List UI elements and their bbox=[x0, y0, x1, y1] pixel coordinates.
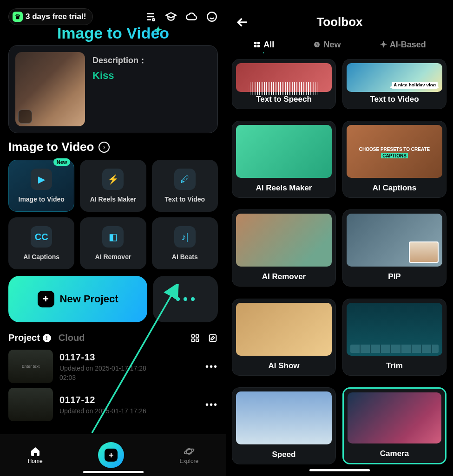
toolbox-screen: Toolbox All New ✦ AI-Based Text to Speec… bbox=[226, 0, 453, 476]
card-label: Speed bbox=[232, 450, 335, 464]
card-thumbnail bbox=[236, 63, 332, 92]
toolbox-grid: Text to Speech A nice holiday vlog Text … bbox=[232, 59, 447, 469]
home-indicator bbox=[83, 471, 144, 473]
project-header: Project ! Cloud bbox=[8, 333, 218, 343]
toolbox-header: Toolbox bbox=[232, 7, 447, 33]
project-more-icon[interactable]: ••• bbox=[205, 361, 218, 372]
project-list: Enter text 0117-13 Updated on 2025-01-17… bbox=[8, 350, 218, 421]
tool-grid: New ▶ Image to Video ⚡ AI Reels Maker 🖊 … bbox=[8, 160, 218, 269]
education-icon[interactable] bbox=[165, 11, 177, 23]
list-icon[interactable] bbox=[144, 11, 157, 23]
card-camera[interactable]: Camera bbox=[342, 387, 446, 464]
svg-rect-3 bbox=[196, 334, 199, 337]
tool-image-to-video[interactable]: New ▶ Image to Video bbox=[8, 160, 74, 212]
section-title-row[interactable]: Image to Video › bbox=[8, 140, 218, 154]
tool-label: AI Reels Maker bbox=[90, 196, 137, 203]
cloud-icon[interactable] bbox=[185, 11, 197, 23]
home-screen: ♛ 3 days free trial! Image to Video✦ Des… bbox=[0, 0, 226, 476]
sparkle-icon: ✦ bbox=[154, 24, 162, 35]
hero-title: Image to Video✦ bbox=[8, 24, 218, 42]
plus-icon: + bbox=[38, 291, 54, 307]
nav-home[interactable]: Home bbox=[28, 446, 43, 464]
new-project-row: + New Project bbox=[8, 276, 218, 322]
sparkle-icon: ✦ bbox=[380, 39, 387, 50]
toolbox-tabs: All New ✦ AI-Based bbox=[234, 39, 446, 53]
project-tab[interactable]: Project ! bbox=[8, 333, 51, 343]
card-ai-reels-maker[interactable]: AI Reels Maker bbox=[232, 121, 336, 198]
more-tools-button[interactable] bbox=[153, 276, 218, 322]
card-ai-captions[interactable]: CHOOSE PRESETS TO CREATE CAPTIONS AI Cap… bbox=[342, 121, 446, 198]
cloud-tab[interactable]: Cloud bbox=[59, 333, 85, 343]
card-text-to-speech[interactable]: Text to Speech bbox=[232, 59, 336, 109]
grid-view-icon[interactable] bbox=[190, 333, 200, 343]
description-card[interactable]: Description： Kiss bbox=[8, 45, 218, 133]
card-speed[interactable]: Speed bbox=[232, 387, 336, 464]
nav-explore[interactable]: Explore bbox=[180, 446, 199, 464]
tab-ai-based[interactable]: ✦ AI-Based bbox=[380, 39, 426, 53]
tool-text-to-video[interactable]: 🖊 Text to Video bbox=[152, 160, 218, 212]
bottom-nav: Home + Explore bbox=[0, 434, 226, 476]
svg-rect-6 bbox=[210, 334, 217, 341]
svg-rect-11 bbox=[257, 42, 260, 44]
home-icon bbox=[30, 446, 41, 457]
bolt-icon: ⚡ bbox=[102, 169, 124, 190]
svg-rect-13 bbox=[257, 45, 260, 47]
eraser-icon: ◧ bbox=[102, 226, 124, 248]
svg-rect-12 bbox=[254, 45, 256, 47]
back-arrow-icon[interactable] bbox=[236, 15, 250, 30]
svg-rect-5 bbox=[196, 339, 199, 341]
card-label: Text to Speech bbox=[232, 95, 335, 109]
section-title: Image to Video bbox=[8, 140, 94, 154]
project-thumbnail: Enter text bbox=[8, 350, 53, 383]
project-item[interactable]: Enter text 0117-13 Updated on 2025-01-17… bbox=[8, 350, 218, 383]
smile-icon[interactable] bbox=[206, 11, 218, 23]
tool-ai-reels-maker[interactable]: ⚡ AI Reels Maker bbox=[80, 160, 146, 212]
tab-new[interactable]: New bbox=[313, 39, 341, 53]
home-indicator bbox=[309, 469, 370, 471]
card-label: PIP bbox=[343, 272, 446, 286]
svg-point-0 bbox=[152, 19, 154, 20]
tool-label: AI Captions bbox=[23, 253, 59, 261]
tool-ai-captions[interactable]: CC AI Captions bbox=[8, 217, 74, 269]
svg-point-8 bbox=[184, 448, 194, 455]
toolbox-title: Toolbox bbox=[316, 15, 362, 29]
edit-icon[interactable] bbox=[208, 333, 218, 343]
trial-text: 3 days free trial! bbox=[26, 12, 86, 21]
description-text-block: Description： Kiss bbox=[92, 52, 147, 126]
card-ai-remover[interactable]: AI Remover bbox=[232, 209, 336, 287]
project-name: 0117-13 bbox=[59, 352, 146, 363]
nav-create-button[interactable]: + bbox=[98, 442, 124, 468]
card-thumbnail bbox=[236, 391, 332, 444]
project-length: 02:03 bbox=[59, 374, 146, 381]
card-pip[interactable]: PIP bbox=[342, 209, 446, 287]
card-text-to-video[interactable]: A nice holiday vlog Text to Video bbox=[342, 59, 446, 109]
project-updated: Updated on 2025-01-17 17:28 bbox=[59, 365, 146, 372]
card-label: AI Captions bbox=[343, 183, 446, 197]
card-thumbnail bbox=[236, 125, 332, 178]
trial-pill[interactable]: ♛ 3 days free trial! bbox=[8, 8, 93, 25]
card-thumbnail bbox=[347, 214, 442, 267]
planet-icon bbox=[184, 446, 195, 457]
tab-all[interactable]: All bbox=[253, 39, 274, 53]
card-ai-show[interactable]: AI Show bbox=[232, 299, 336, 376]
card-thumbnail bbox=[236, 303, 332, 356]
card-label: Camera bbox=[344, 449, 445, 463]
tool-ai-beats[interactable]: ♪| AI Beats bbox=[152, 217, 218, 269]
top-icon-row bbox=[144, 11, 218, 23]
card-thumbnail bbox=[236, 214, 332, 267]
thumb-caption: CHOOSE PRESETS TO CREATE CAPTIONS bbox=[350, 146, 439, 159]
svg-rect-4 bbox=[192, 339, 195, 341]
ellipsis-icon bbox=[176, 297, 195, 301]
card-trim[interactable]: Trim bbox=[342, 299, 446, 376]
card-label: Text to Video bbox=[343, 95, 446, 109]
card-thumbnail: CHOOSE PRESETS TO CREATE CAPTIONS bbox=[347, 125, 442, 178]
project-name: 0117-12 bbox=[59, 395, 146, 405]
svg-rect-2 bbox=[192, 334, 195, 337]
project-item[interactable]: 0117-12 Updated on 2025-01-17 17:26 ••• bbox=[8, 388, 218, 421]
cc-icon: CC bbox=[31, 226, 52, 248]
project-more-icon[interactable]: ••• bbox=[205, 399, 218, 410]
equalizer-icon: ♪| bbox=[174, 226, 196, 248]
project-updated: Updated on 2025-01-17 17:26 bbox=[59, 407, 146, 415]
new-project-button[interactable]: + New Project bbox=[8, 276, 147, 322]
tool-ai-remover[interactable]: ◧ AI Remover bbox=[80, 217, 146, 269]
